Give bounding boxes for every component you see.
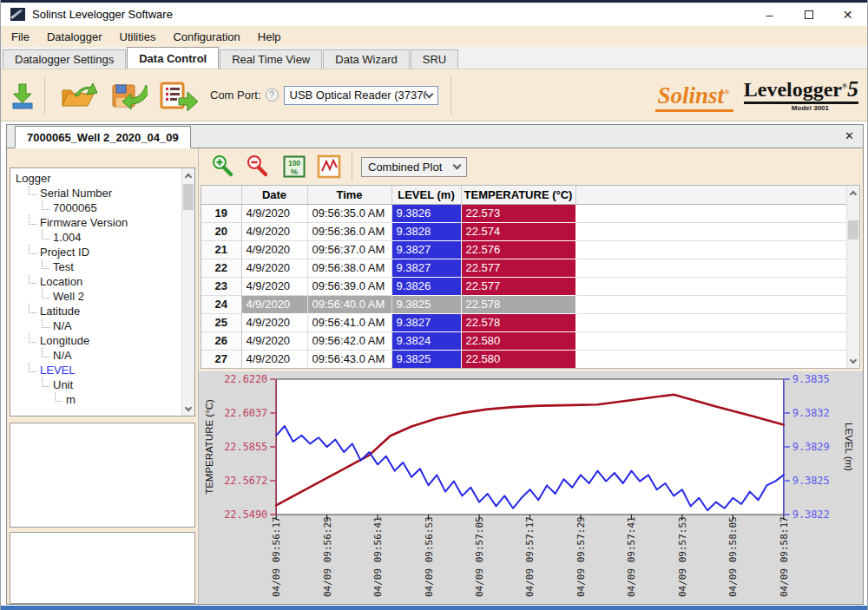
scroll-down-button[interactable] [182,402,194,416]
file-tab[interactable]: 7000065_Well 2_2020_04_09 [15,126,191,148]
zoom-100-icon[interactable]: 100 % [283,155,306,178]
tab-data-control[interactable]: Data Control [127,47,219,69]
svg-text:TEMPERATURE (°C): TEMPERATURE (°C) [204,399,214,495]
table-row[interactable]: 264/9/202009:56:42.0 AM9.382422.580 [201,331,847,350]
menu-item-configuration[interactable]: Configuration [164,28,248,46]
tree-item-n-a[interactable]: N/A [16,318,181,333]
table-row[interactable]: 244/9/202009:56:40.0 AM9.382522.578 [201,295,847,313]
table-row[interactable]: 204/9/202009:56:36.0 AM9.382822.574 [201,222,847,240]
cell-level: 9.3827 [391,259,461,277]
table-row[interactable]: 254/9/202009:56:41.0 AM9.382722.578 [201,313,847,331]
tree-item-7000065[interactable]: 7000065 [16,200,181,215]
tree-item-m[interactable]: m [16,392,181,407]
com-port-select[interactable]: USB Optical Reader (373706) [284,86,438,105]
chart-svg: 22.622022.603722.585522.567222.54909.383… [199,371,863,604]
zoom-out-icon[interactable] [245,154,271,180]
open-file-icon[interactable] [57,80,99,111]
cell-row-number: 25 [201,313,241,331]
tree-item-latitude[interactable]: Latitude [16,304,181,318]
tree-connector [42,377,49,387]
toolbar-divider [44,76,45,115]
table-row[interactable]: 194/9/202009:56:35.0 AM9.382622.573 [201,204,847,222]
cell-time: 09:56:41.0 AM [307,313,391,331]
tree-item-firmware-version[interactable]: Firmware Version [16,215,181,230]
svg-text:22.6037: 22.6037 [224,407,267,419]
tree-item-project-id[interactable]: Project ID [16,245,181,259]
svg-text:9.3825: 9.3825 [792,475,830,487]
table-row[interactable]: 224/9/202009:56:38.0 AM9.382722.577 [201,259,847,277]
scroll-thumb[interactable] [183,184,194,210]
menu-item-help[interactable]: Help [249,28,290,46]
cell-filler [575,240,847,259]
tree-connector [42,230,49,239]
data-table: DateTimeLEVEL (m)TEMPERATURE (°C)194/9/2… [201,186,847,369]
cell-row-number: 20 [201,222,241,240]
cell-time: 09:56:42.0 AM [307,331,391,350]
tree-item-well-2[interactable]: Well 2 [16,289,181,304]
menu-item-utilities[interactable]: Utilities [111,28,165,46]
tab-data-wizard[interactable]: Data Wizard [323,49,410,69]
combined-plot-chart: 22.622022.603722.585522.567222.54909.383… [199,371,863,604]
plot-style-icon[interactable] [317,154,341,179]
plot-type-value: Combined Plot [368,161,454,174]
svg-text:04/09 09:57:17: 04/09 09:57:17 [525,516,536,597]
app-window: Solinst Levelogger Software – ✕ FileData… [0,0,868,610]
file-tab-close-icon[interactable]: ✕ [845,129,854,142]
cell-temperature: 22.578 [461,313,575,331]
tab-real-time-view[interactable]: Real Time View [220,49,322,69]
tab-datalogger-settings[interactable]: Datalogger Settings [3,49,126,69]
tree-item-longitude[interactable]: Longitude [16,333,181,348]
tree-item-logger[interactable]: Logger [16,171,181,186]
document-content: LoggerSerial Number7000065Firmware Versi… [7,148,863,604]
svg-text:04/09 09:57:05: 04/09 09:57:05 [474,516,485,597]
cell-level: 9.3827 [391,313,461,331]
save-data-icon[interactable] [109,80,148,111]
tree-item-1-004[interactable]: 1.004 [16,230,181,245]
column-header-date: Date [241,186,307,204]
help-icon[interactable]: ? [266,89,279,102]
tree-item-test[interactable]: Test [16,259,181,274]
cell-temperature: 22.576 [461,240,575,259]
menu-item-file[interactable]: File [3,28,38,46]
tree-scrollbar[interactable] [181,168,194,416]
plot-type-select[interactable]: Combined Plot [361,157,467,177]
tree-item-location[interactable]: Location [16,274,181,289]
tree-item-n-a[interactable]: N/A [16,348,181,363]
window-bottom-border [1,606,867,610]
table-scrollbar[interactable] [846,186,859,368]
scroll-up-button[interactable] [182,168,194,182]
zoom-in-icon[interactable] [210,154,236,180]
table-row[interactable]: 214/9/202009:56:37.0 AM9.382722.576 [201,240,847,259]
cell-temperature: 22.577 [461,277,575,295]
info-box-bottom [10,532,195,604]
tree-item-unit[interactable]: Unit [16,377,181,392]
tree-item-label: 1.004 [53,231,82,244]
minimize-button[interactable]: – [750,3,789,26]
export-data-icon[interactable] [158,80,200,111]
tree-item-level[interactable]: LEVEL [16,363,181,377]
scroll-up-button[interactable] [847,186,859,200]
download-data-icon[interactable] [10,82,36,109]
svg-text:22.5490: 22.5490 [224,508,267,521]
chart-toolbar: 100 % Combined Plot [199,148,863,185]
maximize-button[interactable] [789,3,828,26]
chevron-down-icon [424,89,433,98]
file-tab-bar: 7000065_Well 2_2020_04_09 ✕ [7,125,863,148]
cell-date: 4/9/2020 [241,350,307,368]
table-row[interactable]: 234/9/202009:56:39.0 AM9.382622.577 [201,277,847,295]
cell-filler [575,331,847,350]
cell-time: 09:56:37.0 AM [307,240,391,259]
tree-item-label: LEVEL [40,364,75,377]
menu-item-datalogger[interactable]: Datalogger [38,28,111,46]
close-button[interactable]: ✕ [828,3,867,26]
tab-sru[interactable]: SRU [411,49,458,69]
column-header-temperature-c: TEMPERATURE (°C) [461,186,575,204]
toolbar-divider [450,76,451,115]
cell-temperature: 22.574 [461,222,575,240]
table-row[interactable]: 274/9/202009:56:43.0 AM9.382522.580 [201,350,847,368]
scroll-down-button[interactable] [847,354,859,368]
tree-item-label: Logger [16,172,50,185]
tree-item-serial-number[interactable]: Serial Number [16,186,181,200]
right-panel: 100 % Combined Plot [198,148,863,604]
scroll-thumb[interactable] [848,220,858,239]
